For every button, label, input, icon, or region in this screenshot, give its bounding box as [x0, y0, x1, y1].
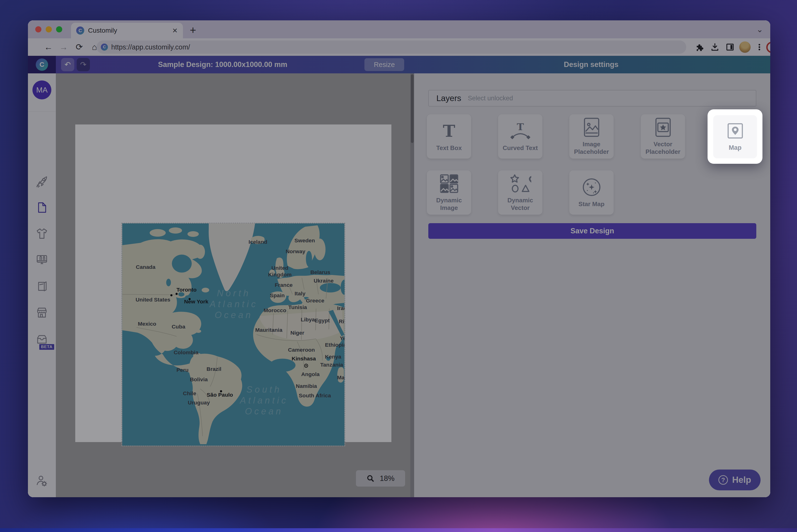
tour-dim-overlay — [28, 20, 770, 497]
tool-map[interactable]: Map — [713, 115, 757, 158]
desktop-background: C Customily ✕ + ⌄ ← → ⟳ ⌂ C https://app.… — [0, 0, 797, 532]
map-pin-icon — [727, 122, 744, 140]
browser-window: C Customily ✕ + ⌄ ← → ⟳ ⌂ C https://app.… — [28, 20, 770, 497]
map-tool-spotlight: Map — [707, 109, 762, 164]
